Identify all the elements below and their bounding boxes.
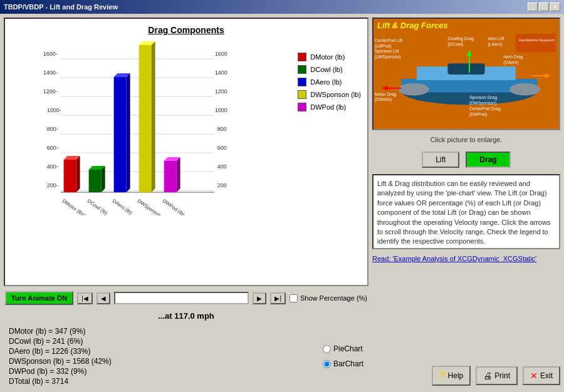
svg-point-50 — [398, 83, 429, 96]
exit-button[interactable]: ✕ Exit — [523, 366, 560, 385]
maximize-button[interactable]: □ — [539, 3, 549, 11]
svg-text:400-: 400- — [47, 163, 58, 170]
svg-text:Aero Drag: Aero Drag — [503, 54, 523, 59]
svg-text:AeroMarine Research: AeroMarine Research — [519, 38, 555, 42]
svg-rect-37 — [164, 161, 177, 192]
help-button[interactable]: ? Help — [432, 366, 471, 386]
chart-area: 200- 400- 600- 800- 1000- 1200- 1400- 16… — [11, 40, 361, 279]
svg-text:Aero Lift: Aero Lift — [488, 36, 504, 41]
description-box: Lift & Drag distribution can be easily r… — [372, 174, 560, 249]
exit-label: Exit — [540, 371, 553, 380]
svg-text:(DWPod): (DWPod) — [469, 112, 487, 117]
controls-bar: Turn Animate ON |◀ ◀ ▶ ▶| Show Percentag… — [4, 289, 368, 307]
diagram-box: Lift & Drag Forces — [372, 18, 560, 130]
svg-text:1600-: 1600- — [43, 51, 58, 57]
svg-text:(DAero): (DAero) — [503, 60, 518, 65]
svg-text:200: 200 — [217, 182, 227, 188]
show-percentage-checkbox[interactable] — [290, 294, 298, 302]
piechart-text: PieChart — [333, 344, 363, 353]
barchart-radio[interactable] — [323, 360, 331, 368]
drag-button[interactable]: Drag — [466, 152, 510, 168]
svg-text:1000-: 1000- — [47, 107, 61, 113]
svg-rect-49 — [447, 63, 484, 75]
bar-chart: 200- 400- 600- 800- 1000- 1200- 1400- 16… — [11, 40, 285, 215]
svg-text:(LWPod): (LWPod) — [375, 44, 392, 49]
svg-text:Sponson Lift: Sponson Lift — [375, 49, 399, 54]
svg-text:DAero (lb): DAero (lb) — [112, 198, 133, 215]
legend-item-dwsponson: DWSponson (lb) — [298, 90, 361, 99]
svg-text:(DMotor): (DMotor) — [375, 97, 392, 102]
nav-next-button[interactable]: ▶ — [253, 292, 266, 304]
nav-last-button[interactable]: ▶| — [270, 292, 286, 304]
svg-text:CenterPod Drag: CenterPod Drag — [469, 106, 501, 111]
piechart-radio[interactable] — [323, 345, 331, 353]
legend-label-dwpod: DWPod (lb) — [310, 103, 346, 111]
svg-rect-31 — [114, 77, 127, 192]
print-button[interactable]: 🖨 Print — [476, 366, 518, 385]
barchart-label: BarChart — [323, 359, 363, 368]
legend-item-daero: DAero (lb) — [298, 78, 361, 86]
svg-text:(LWSponson): (LWSponson) — [375, 54, 401, 59]
svg-rect-74 — [516, 34, 556, 53]
svg-rect-28 — [89, 170, 102, 192]
stat-dcowl: DCowl (lb) = 241 (6%) — [9, 337, 112, 346]
svg-rect-34 — [139, 45, 152, 192]
svg-text:1200: 1200 — [215, 88, 227, 95]
print-label: Print — [494, 371, 510, 380]
legend-color-dmotor — [298, 53, 306, 61]
stat-dwsponson: DWSponson (lb) = 1568 (42%) — [9, 357, 112, 366]
diagram-title: Lift & Drag Forces — [373, 19, 559, 32]
show-percentage-label: Show Percentage (%) — [290, 294, 367, 302]
boat-diagram-svg: CenterPod Lift (LWPod) Sponson Lift (LWS… — [373, 32, 559, 120]
svg-text:1400-: 1400- — [43, 70, 58, 76]
lift-button[interactable]: Lift — [422, 152, 459, 168]
animate-button[interactable]: Turn Animate ON — [5, 291, 73, 305]
legend-color-daero — [298, 78, 306, 86]
svg-text:(DWSponson): (DWSponson) — [469, 101, 496, 106]
svg-marker-36 — [152, 41, 155, 192]
help-icon: ? — [439, 370, 446, 381]
stats-column: DMotor (lb) = 347 (9%) DCowl (lb) = 241 … — [9, 327, 112, 386]
svg-point-51 — [509, 83, 540, 96]
svg-text:DCowl (lb): DCowl (lb) — [86, 198, 109, 215]
print-icon: 🖨 — [483, 371, 492, 381]
legend-item-dcowl: DCowl (lb) — [298, 65, 361, 74]
svg-marker-39 — [177, 157, 180, 192]
legend-color-dcowl — [298, 65, 306, 74]
stat-dwpod: DWPod (lb) = 332 (9%) — [9, 367, 112, 376]
svg-text:1000: 1000 — [215, 107, 227, 113]
legend-label-dmotor: DMotor (lb) — [310, 53, 345, 61]
description-text: Lift & Drag distribution can be easily r… — [377, 180, 550, 245]
chart-title: Drag Components — [148, 25, 224, 35]
svg-text:800: 800 — [217, 126, 227, 132]
nav-first-button[interactable]: |◀ — [77, 292, 93, 304]
svg-text:CenterPod Lift: CenterPod Lift — [375, 38, 402, 43]
window-title: TBDP/VBDP - Lift and Drag Review — [4, 3, 118, 11]
show-percentage-text: Show Percentage (%) — [300, 294, 367, 302]
chart-type-col: PieChart BarChart — [323, 327, 363, 386]
legend-label-dwsponson: DWSponson (lb) — [310, 91, 361, 98]
svg-text:1200-: 1200- — [43, 88, 58, 95]
svg-text:(DCowl): (DCowl) — [447, 42, 463, 47]
right-panel: Lift & Drag Forces — [372, 18, 560, 388]
read-link[interactable]: Read: 'Example Analysis of XCGDynamic_XC… — [372, 253, 560, 264]
diagram-image[interactable]: CenterPod Lift (LWPod) Sponson Lift (LWS… — [373, 32, 559, 120]
svg-text:DWPod (lb): DWPod (lb) — [162, 198, 186, 215]
barchart-text: BarChart — [333, 359, 363, 368]
legend-color-dwpod — [298, 103, 306, 111]
chart-legend: DMotor (lb) DCowl (lb) DAero (lb) DWSpon… — [285, 40, 361, 279]
minimize-button[interactable]: _ — [528, 3, 538, 11]
legend-label-dcowl: DCowl (lb) — [310, 66, 342, 73]
help-label: Help — [448, 371, 464, 380]
stat-dmotor: DMotor (lb) = 347 (9%) — [9, 327, 112, 336]
left-panel: Drag Components 200- 400- 600- 800- 1000… — [4, 18, 368, 388]
svg-text:600: 600 — [217, 145, 227, 151]
bottom-buttons: ? Help 🖨 Print ✕ Exit — [372, 363, 560, 388]
svg-text:Sponson Drag: Sponson Drag — [469, 95, 497, 100]
close-button[interactable]: ✕ — [550, 3, 560, 11]
speed-slider[interactable] — [114, 292, 249, 304]
svg-text:1400: 1400 — [215, 70, 227, 76]
nav-prev-button[interactable]: ◀ — [97, 292, 110, 304]
piechart-label: PieChart — [323, 344, 363, 353]
bar-chart-svg: 200- 400- 600- 800- 1000- 1200- 1400- 16… — [11, 40, 285, 215]
